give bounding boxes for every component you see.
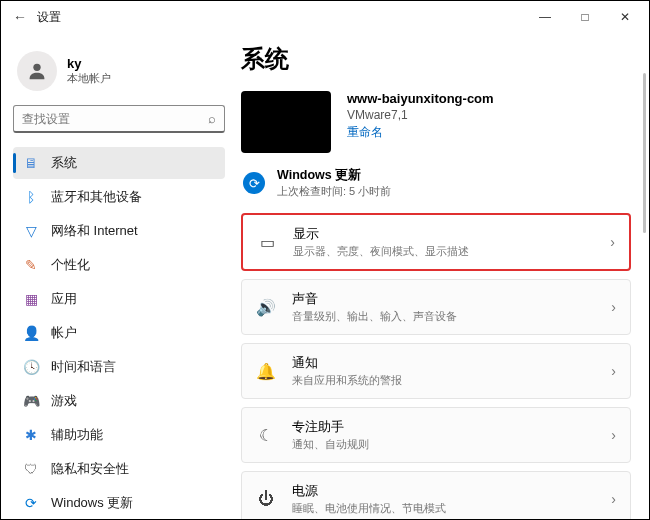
rename-link[interactable]: 重命名 (347, 124, 494, 141)
sidebar-item-3[interactable]: ✎个性化 (13, 249, 225, 281)
back-button[interactable]: ← (13, 9, 27, 25)
nav-icon: 🕓 (23, 359, 39, 375)
window-title: 设置 (37, 9, 61, 26)
card-subtitle: 来自应用和系统的警报 (292, 373, 402, 388)
card-subtitle: 音量级别、输出、输入、声音设备 (292, 309, 457, 324)
sidebar-item-7[interactable]: 🎮游戏 (13, 385, 225, 417)
search-input[interactable] (22, 112, 208, 126)
page-heading: 系统 (241, 43, 631, 75)
settings-card-3[interactable]: ☾专注助手通知、自动规则› (241, 407, 631, 463)
nav-label: Windows 更新 (51, 494, 133, 512)
profile-block[interactable]: ky 本地帐户 (13, 41, 225, 105)
sidebar-item-4[interactable]: ▦应用 (13, 283, 225, 315)
card-icon: 🔊 (256, 298, 276, 317)
nav-icon: ✎ (23, 257, 39, 273)
settings-card-0[interactable]: ▭显示显示器、亮度、夜间模式、显示描述› (241, 213, 631, 271)
nav-icon: 🎮 (23, 393, 39, 409)
maximize-button[interactable]: □ (565, 3, 605, 31)
pc-thumbnail (241, 91, 331, 153)
cards-list: ▭显示显示器、亮度、夜间模式、显示描述›🔊声音音量级别、输出、输入、声音设备›🔔… (241, 213, 631, 519)
card-title: 声音 (292, 290, 457, 308)
nav-label: 隐私和安全性 (51, 460, 129, 478)
update-subtitle: 上次检查时间: 5 小时前 (277, 184, 391, 199)
nav-label: 系统 (51, 154, 77, 172)
nav-icon: 👤 (23, 325, 39, 341)
person-icon (26, 60, 48, 82)
sidebar-item-9[interactable]: 🛡隐私和安全性 (13, 453, 225, 485)
nav-label: 帐户 (51, 324, 77, 342)
profile-name: ky (67, 56, 111, 71)
update-title: Windows 更新 (277, 167, 391, 184)
pc-name: www-baiyunxitong-com (347, 91, 494, 106)
nav-label: 蓝牙和其他设备 (51, 188, 142, 206)
card-subtitle: 通知、自动规则 (292, 437, 369, 452)
avatar (17, 51, 57, 91)
windows-update-row[interactable]: ⟳ Windows 更新 上次检查时间: 5 小时前 (241, 167, 631, 199)
card-icon: ▭ (257, 233, 277, 252)
nav-label: 时间和语言 (51, 358, 116, 376)
update-icon: ⟳ (243, 172, 265, 194)
nav-label: 游戏 (51, 392, 77, 410)
card-icon: ⏻ (256, 490, 276, 508)
chevron-right-icon: › (610, 234, 615, 250)
pc-block: www-baiyunxitong-com VMware7,1 重命名 (241, 91, 631, 153)
search-icon: ⌕ (208, 111, 216, 126)
pc-model: VMware7,1 (347, 108, 494, 122)
sidebar-item-1[interactable]: ᛒ蓝牙和其他设备 (13, 181, 225, 213)
nav-icon: ▦ (23, 291, 39, 307)
card-title: 显示 (293, 225, 469, 243)
nav-label: 个性化 (51, 256, 90, 274)
card-icon: 🔔 (256, 362, 276, 381)
sidebar-item-0[interactable]: 🖥系统 (13, 147, 225, 179)
close-button[interactable]: ✕ (605, 3, 645, 31)
card-icon: ☾ (256, 426, 276, 445)
svg-point-0 (33, 64, 40, 71)
nav-icon: ⟳ (23, 495, 39, 511)
chevron-right-icon: › (611, 299, 616, 315)
nav-label: 网络和 Internet (51, 222, 138, 240)
card-title: 专注助手 (292, 418, 369, 436)
titlebar: ← 设置 — □ ✕ (1, 1, 649, 33)
chevron-right-icon: › (611, 427, 616, 443)
nav-label: 辅助功能 (51, 426, 103, 444)
card-title: 通知 (292, 354, 402, 372)
sidebar-item-10[interactable]: ⟳Windows 更新 (13, 487, 225, 519)
settings-card-4[interactable]: ⏻电源睡眠、电池使用情况、节电模式› (241, 471, 631, 519)
card-subtitle: 睡眠、电池使用情况、节电模式 (292, 501, 446, 516)
scrollbar[interactable] (640, 33, 646, 513)
nav-icon: ᛒ (23, 189, 39, 205)
chevron-right-icon: › (611, 363, 616, 379)
minimize-button[interactable]: — (525, 3, 565, 31)
search-box[interactable]: ⌕ (13, 105, 225, 133)
sidebar-item-6[interactable]: 🕓时间和语言 (13, 351, 225, 383)
nav-icon: ▽ (23, 223, 39, 239)
card-title: 电源 (292, 482, 446, 500)
main-panel: 系统 www-baiyunxitong-com VMware7,1 重命名 ⟳ … (231, 33, 649, 519)
sidebar-item-2[interactable]: ▽网络和 Internet (13, 215, 225, 247)
settings-card-2[interactable]: 🔔通知来自应用和系统的警报› (241, 343, 631, 399)
nav-icon: 🖥 (23, 155, 39, 171)
nav-icon: 🛡 (23, 461, 39, 477)
settings-card-1[interactable]: 🔊声音音量级别、输出、输入、声音设备› (241, 279, 631, 335)
chevron-right-icon: › (611, 491, 616, 507)
nav-icon: ✱ (23, 427, 39, 443)
nav-label: 应用 (51, 290, 77, 308)
profile-subtitle: 本地帐户 (67, 71, 111, 86)
sidebar-item-8[interactable]: ✱辅助功能 (13, 419, 225, 451)
scrollbar-thumb[interactable] (643, 73, 646, 233)
sidebar-item-5[interactable]: 👤帐户 (13, 317, 225, 349)
nav-list: 🖥系统ᛒ蓝牙和其他设备▽网络和 Internet✎个性化▦应用👤帐户🕓时间和语言… (13, 147, 225, 519)
card-subtitle: 显示器、亮度、夜间模式、显示描述 (293, 244, 469, 259)
sidebar: ky 本地帐户 ⌕ 🖥系统ᛒ蓝牙和其他设备▽网络和 Internet✎个性化▦应… (1, 33, 231, 519)
